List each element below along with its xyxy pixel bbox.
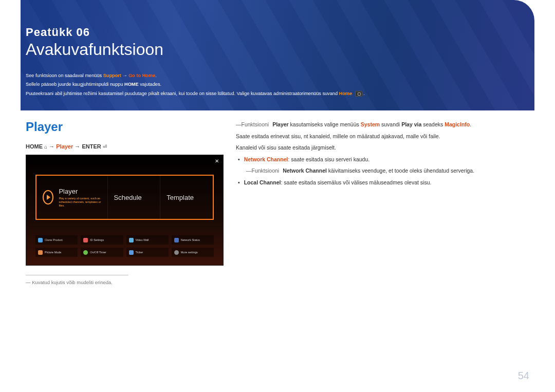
tile-row: Player Play a variety of content, such a… bbox=[35, 175, 214, 220]
b1-text: : saate esitada sisu serveri kaudu. bbox=[288, 156, 369, 162]
b1-sub-nc: Network Channel bbox=[283, 167, 327, 174]
b2-label: Local Channel bbox=[244, 179, 281, 185]
intro-text: See funktsioon on saadaval menüüs Suppor… bbox=[26, 71, 534, 98]
txt-system: System bbox=[361, 121, 380, 127]
crumb-home: HOME bbox=[26, 143, 43, 150]
grid-net[interactable]: Network Status bbox=[172, 235, 214, 245]
square-icon bbox=[129, 238, 134, 242]
intro-3a: Puuteekraani abil juhtimise režiimi kasu… bbox=[26, 91, 339, 96]
circle-icon bbox=[174, 250, 179, 255]
intro-arrow: → bbox=[121, 73, 128, 78]
grid-ticker-label: Ticker bbox=[136, 251, 143, 254]
tile-template-label: Template bbox=[166, 194, 213, 201]
home-bold: HOME bbox=[124, 82, 139, 87]
hero-banner: Peatükk 06 Avakuvafunktsioon See funktsi… bbox=[21, 0, 534, 110]
txt-1c: suvandi bbox=[380, 121, 401, 127]
grid-ticker[interactable]: Ticker bbox=[126, 248, 169, 257]
footnote: ― Kuvatud kujutis võib mudeliti erineda. bbox=[26, 279, 224, 285]
grid-video-label: Video Wall bbox=[136, 238, 149, 241]
body-text: ―Funktsiooni Player kasutamiseks valige … bbox=[236, 120, 529, 285]
section-title: Player bbox=[26, 120, 224, 134]
grid-video[interactable]: Video Wall bbox=[126, 235, 169, 245]
square-icon bbox=[38, 250, 43, 255]
circle-icon bbox=[83, 250, 88, 255]
txt-1e: . bbox=[470, 121, 471, 127]
grid-net-label: Network Status bbox=[181, 238, 200, 241]
home-glyph-icon: ⌂ bbox=[44, 144, 47, 150]
tile-player[interactable]: Player Play a variety of content, such a… bbox=[36, 176, 107, 219]
square-icon bbox=[38, 238, 43, 242]
screenshot-preview: ✕ Player Play a variety of content, such… bbox=[26, 155, 224, 266]
grid-clone[interactable]: Clone Product bbox=[35, 235, 78, 245]
square-icon bbox=[83, 238, 88, 242]
p3: Kanaleid või sisu saate esitada järgmise… bbox=[236, 143, 529, 153]
crumb-enter: ENTER bbox=[82, 143, 101, 150]
intro-2b: vajutades. bbox=[139, 82, 161, 87]
dash: ―Funktsiooni bbox=[236, 121, 270, 127]
txt-magic: MagicInfo bbox=[445, 121, 470, 127]
intro-1-dot: . bbox=[155, 73, 157, 78]
breadcrumb: HOME ⌂ → Player → ENTER ⏎ bbox=[26, 143, 224, 150]
grid-more[interactable]: More settings bbox=[172, 248, 214, 257]
divider bbox=[26, 275, 128, 275]
b2-text: : saate esitada sisemälus või välises mä… bbox=[281, 179, 431, 185]
txt-playvia: Play via bbox=[401, 121, 421, 127]
b1-label: Network Channel bbox=[244, 156, 288, 162]
tile-template[interactable]: Template bbox=[160, 176, 213, 219]
grid-picture[interactable]: Picture Mode bbox=[35, 248, 78, 257]
close-icon[interactable]: ✕ bbox=[215, 158, 219, 164]
grid-picture-label: Picture Mode bbox=[45, 251, 61, 254]
support-text: Support bbox=[103, 73, 121, 78]
grid-id-label: ID Settings bbox=[90, 238, 104, 241]
chapter-label: Peatükk 06 bbox=[26, 26, 534, 39]
tile-player-label: Player bbox=[59, 188, 107, 195]
home-icon bbox=[355, 91, 362, 97]
bullet-icon: • bbox=[238, 178, 240, 189]
txt-1d: seadeks bbox=[421, 121, 445, 127]
play-icon bbox=[43, 190, 53, 204]
tile-player-sub: Play a variety of content, such as sched… bbox=[59, 197, 107, 208]
p2: Saate esitada erinevat sisu, nt kanaleid… bbox=[236, 132, 529, 141]
intro-2a: Sellele pääseb juurde kaugjuhtimispuldi … bbox=[26, 82, 124, 87]
page-number: 54 bbox=[518, 370, 529, 382]
grid-clone-label: Clone Product bbox=[45, 238, 63, 241]
crumb-player: Player bbox=[56, 143, 73, 150]
grid-onoff-label: On/Off Timer bbox=[90, 251, 106, 254]
txt-player: Player bbox=[272, 121, 289, 127]
enter-glyph-icon: ⏎ bbox=[103, 144, 107, 150]
dash2: ―Funktsiooni bbox=[246, 167, 281, 174]
page-title: Avakuvafunktsioon bbox=[26, 40, 534, 59]
grid-row-2: Picture Mode On/Off Timer Ticker More se… bbox=[35, 248, 214, 257]
tile-schedule-label: Schedule bbox=[114, 194, 160, 201]
grid-row-1: Clone Product ID Settings Video Wall Net… bbox=[35, 235, 214, 245]
go-home-text: Go to Home bbox=[128, 73, 155, 78]
b1-sub-b: käivitamiseks veenduge, et toode oleks ü… bbox=[327, 167, 474, 174]
grid-onoff[interactable]: On/Off Timer bbox=[81, 248, 123, 257]
grid-id[interactable]: ID Settings bbox=[81, 235, 123, 245]
square-icon bbox=[129, 250, 134, 255]
tile-schedule[interactable]: Schedule bbox=[107, 176, 160, 219]
square-icon bbox=[174, 238, 179, 242]
intro-1a: See funktsioon on saadaval menüüs bbox=[26, 73, 103, 78]
txt-1b: kasutamiseks valige menüüs bbox=[289, 121, 361, 127]
grid-more-label: More settings bbox=[181, 251, 198, 254]
bullet-icon: • bbox=[238, 155, 240, 166]
home-orange-text: Home bbox=[339, 91, 353, 96]
